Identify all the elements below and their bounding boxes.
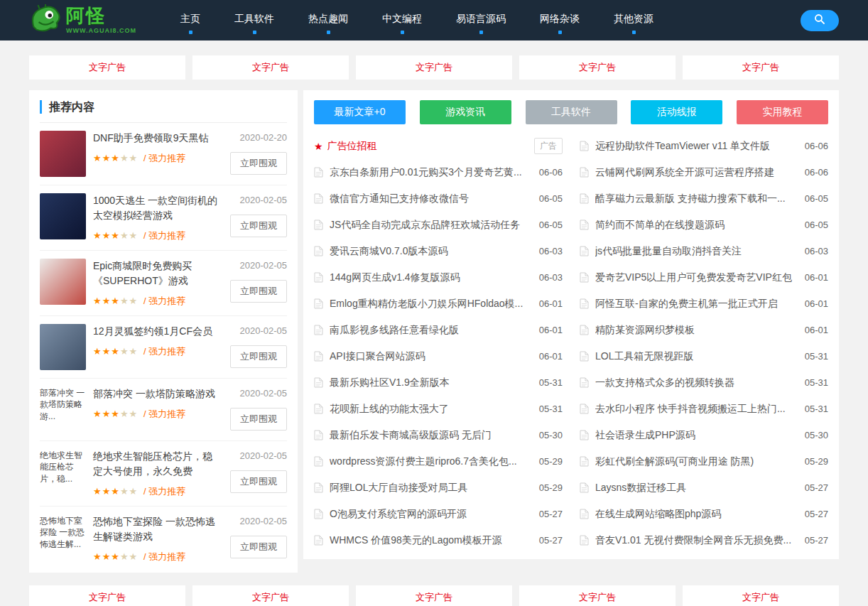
text-ad-link[interactable]: 文字广告 (29, 585, 185, 606)
article-link[interactable]: API接口聚合网站源码 (330, 350, 532, 363)
category-tab[interactable]: 工具软件 (526, 100, 617, 124)
category-tab[interactable]: 游戏资讯 (420, 100, 511, 124)
text-ad-link[interactable]: 文字广告 (356, 55, 512, 80)
text-ad-link[interactable]: 文字广告 (29, 55, 185, 80)
article-link[interactable]: Laysns数据迁移工具 (595, 482, 798, 494)
recommended-title: 推荐内容 (40, 100, 287, 114)
article-link[interactable]: 京东白条新用户0.01元购买3个月爱奇艺黄... (330, 166, 532, 179)
text-ad-link[interactable]: 文字广告 (683, 55, 839, 80)
article-link[interactable]: WHMCS 价值98美元的Lagom模板开源 (330, 534, 532, 547)
article-link[interactable]: 爱奇艺VIP5以上用户可免费发爱奇艺VIP红包 (595, 271, 798, 284)
stars-filled: ★★★ (93, 153, 120, 163)
nav-item[interactable]: 中文编程 (382, 6, 422, 34)
article-link[interactable]: 精防某资源网织梦模板 (595, 324, 798, 337)
category-tab[interactable]: 活动线报 (631, 100, 722, 124)
search-button[interactable] (801, 10, 839, 31)
text-ad-label: 文字广告 (252, 61, 289, 74)
article-date: 06-05 (805, 220, 828, 230)
article-link[interactable]: 爱讯云商城V0.7.0版本源码 (330, 245, 532, 258)
article-link[interactable]: 云铺网代刷网系统全开源可运营程序搭建 (595, 166, 798, 179)
nav-item[interactable]: 网络杂谈 (540, 6, 580, 34)
article-link[interactable]: 微信官方通知已支持修改微信号 (330, 193, 532, 205)
stars-filled: ★★★ (93, 486, 120, 497)
text-ad-label: 文字广告 (89, 591, 126, 604)
recommended-item-title[interactable]: 绝地求生智能压枪芯片，稳定大号使用，永久免费 (93, 449, 219, 479)
view-now-button[interactable]: 立即围观 (230, 215, 287, 237)
article-link[interactable]: 一款支持格式众多的视频转换器 (595, 377, 798, 389)
text-ad-link[interactable]: 文字广告 (683, 585, 839, 606)
view-now-button[interactable]: 立即围观 (230, 408, 287, 431)
article-link[interactable]: wordpress资源付费主题ripro6.7含美化包... (330, 455, 532, 468)
article-date: 05-31 (539, 377, 563, 388)
recommended-item-title[interactable]: 部落冲突 一款塔防策略游戏 (93, 386, 219, 401)
article-link[interactable]: JS代码全自动完成京东品牌狂欢城活动任务 (330, 219, 532, 232)
nav-item-label: 易语言源码 (456, 13, 506, 26)
article-link[interactable]: 南瓜影视多线路任意看绿化版 (330, 324, 532, 337)
article-link[interactable]: LOL工具箱无限视距版 (595, 350, 798, 363)
text-ad-link[interactable]: 文字广告 (519, 55, 676, 80)
article-link[interactable]: 远程协助软件TeamViewer v11 单文件版 (595, 140, 798, 153)
stars-filled: ★★★ (93, 346, 120, 357)
recommended-item-title[interactable]: 12月灵狐签约领1月CF会员 (93, 324, 219, 339)
nav-item[interactable]: 工具软件 (234, 6, 274, 34)
nav-indicator-dot (189, 31, 192, 34)
nav-item[interactable]: 热点趣闻 (308, 6, 348, 34)
ad-slot-link[interactable]: 广告位招租 (327, 140, 527, 153)
recommended-item-title[interactable]: DNF助手免费领取9天黑钻 (93, 131, 219, 146)
article-date: 06-06 (805, 167, 828, 178)
article-link[interactable]: 酷享磁力云最新版 支持磁力搜索下载和一... (595, 193, 798, 205)
view-now-button[interactable]: 立即围观 (230, 536, 287, 558)
site-logo[interactable]: 阿怪 WWW.AGUAI8.COM (29, 4, 136, 36)
view-now-button[interactable]: 立即围观 (230, 152, 287, 175)
thumbnail[interactable]: 部落冲突 一款塔防策略游... (40, 386, 86, 433)
nav-item[interactable]: 主页 (180, 6, 200, 34)
article-link[interactable]: 阿怪互联-自家的免费主机第一批正式开启 (595, 298, 798, 310)
article-link[interactable]: 音友V1.01 无视付费限制全网音乐无损免费... (595, 534, 798, 547)
article-link[interactable]: 在线生成网站缩略图php源码 (595, 508, 798, 521)
stars-empty: ★★ (120, 486, 138, 497)
category-tab-label: 游戏资讯 (445, 106, 485, 117)
article-link[interactable]: 最新乐购社区V1.9全新版本 (330, 377, 532, 389)
recommended-item-title[interactable]: Epic商城限时免费购买《SUPERHOT》游戏 (93, 259, 219, 288)
text-ad-link[interactable]: 文字广告 (192, 585, 349, 606)
thumbnail[interactable] (40, 259, 86, 305)
recommended-item-title[interactable]: 1000天逃生 一款空间街机的太空模拟经营游戏 (93, 193, 219, 223)
recommended-item-body: Epic商城限时免费购买《SUPERHOT》游戏 ★★★★★ / 强力推荐 (93, 259, 222, 308)
nav-item[interactable]: 其他资源 (614, 6, 653, 34)
category-tab-label: 实用教程 (763, 106, 803, 117)
recommended-item-title[interactable]: 恐怖地下室探险 一款恐怖逃生解谜类游戏 (93, 514, 219, 544)
article-link[interactable]: 去水印小程序 快手抖音视频搬运工上热门... (595, 403, 798, 416)
recommended-item-meta: 2020-02-05 立即围观 (222, 324, 287, 368)
article-date: 06-03 (539, 246, 563, 256)
stars-filled: ★★★ (93, 551, 120, 562)
thumbnail[interactable] (40, 324, 86, 370)
text-ad-link[interactable]: 文字广告 (192, 55, 349, 80)
article-link[interactable]: 彩虹代刷全解源码(可商业用途 防黑) (595, 455, 798, 468)
article-link[interactable]: 社会语录生成PHP源码 (595, 429, 798, 442)
article-link[interactable]: 花呗新上线的功能太强大了 (330, 403, 532, 416)
text-ad-link[interactable]: 文字广告 (519, 585, 676, 606)
article-link[interactable]: 阿狸LOL大厅自动接受对局工具 (330, 482, 532, 494)
view-now-button[interactable]: 立即围观 (230, 470, 287, 493)
category-tab[interactable]: 实用教程 (737, 100, 828, 124)
nav-item[interactable]: 易语言源码 (456, 6, 506, 34)
article-link[interactable]: 简约而不简单的在线搜题源码 (595, 219, 798, 232)
article-row: Laysns数据迁移工具 05-27 (580, 475, 828, 501)
view-now-button[interactable]: 立即围观 (230, 280, 287, 303)
thumbnail[interactable] (40, 131, 86, 177)
thumbnail[interactable] (40, 193, 86, 239)
stars-empty: ★★ (120, 551, 138, 562)
category-tab[interactable]: 最新文章+0 (314, 100, 406, 124)
thumbnail[interactable]: 恐怖地下室探险 一款恐怖逃生解... (40, 514, 86, 561)
article-row: 音友V1.01 无视付费限制全网音乐无损免费... 05-27 (580, 527, 828, 553)
article-link[interactable]: 144g网页生成v1.4修复版源码 (330, 271, 532, 284)
panel-header: 推荐内容 (40, 100, 287, 123)
article-link[interactable]: js代码批量批量自动取消抖音关注 (595, 245, 798, 258)
article-link[interactable]: O泡易支付系统官网的源码开源 (330, 508, 532, 521)
document-icon (580, 220, 589, 230)
text-ad-link[interactable]: 文字广告 (356, 585, 512, 606)
thumbnail[interactable]: 绝地求生智能压枪芯片，稳... (40, 449, 86, 495)
view-now-button[interactable]: 立即围观 (230, 345, 287, 368)
article-link[interactable]: Emlog重构精仿老版小刀娱乐网HFoldao模... (330, 298, 532, 310)
article-link[interactable]: 最新伯乐发卡商城高级版源码 无后门 (330, 429, 532, 442)
